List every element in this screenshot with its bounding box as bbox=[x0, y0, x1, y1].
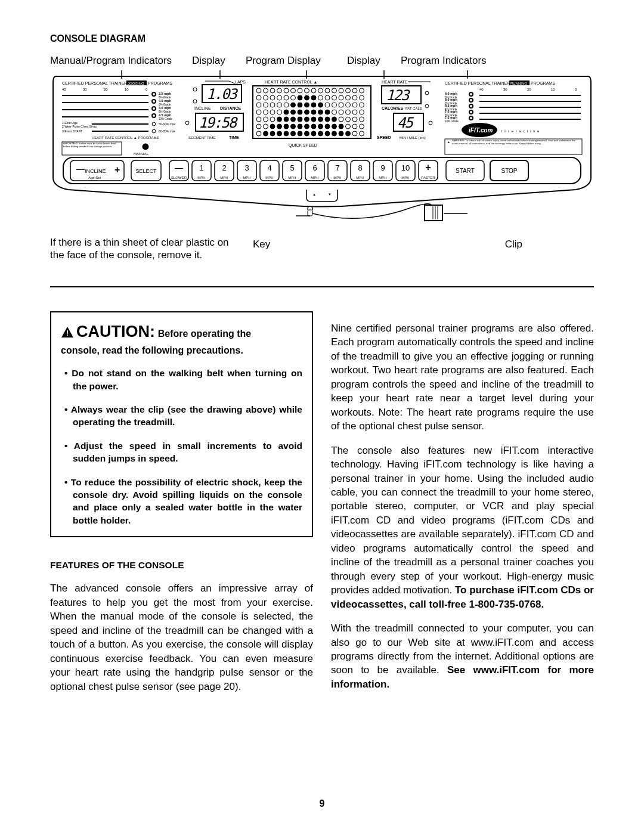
svg-text:4.0 mph: 4.0 mph bbox=[159, 99, 171, 103]
svg-text:▲: ▲ bbox=[447, 140, 450, 144]
warning-icon: ! bbox=[61, 326, 74, 342]
svg-text:7: 7 bbox=[335, 163, 339, 172]
caution-item: • Do not stand on the walking belt when … bbox=[64, 367, 302, 392]
svg-point-83 bbox=[277, 95, 282, 100]
svg-point-168 bbox=[360, 88, 364, 93]
svg-point-180 bbox=[429, 121, 432, 125]
svg-text:HEART RATE: HEART RATE bbox=[382, 80, 408, 84]
svg-point-33 bbox=[152, 122, 156, 126]
svg-point-115 bbox=[311, 117, 316, 122]
caution-item: • To reduce the possibility of electric … bbox=[64, 476, 302, 527]
svg-text:RUNNING: RUNNING bbox=[510, 82, 527, 85]
svg-text:+: + bbox=[114, 165, 120, 175]
svg-text:MPH: MPH bbox=[311, 176, 318, 179]
manual-page: CONSOLE DIAGRAM Manual/Program Indicator… bbox=[0, 0, 644, 833]
console-svg: CERTIFIED PERSONAL TRAINER JOGGING PROGR… bbox=[50, 70, 594, 225]
svg-point-111 bbox=[305, 95, 309, 100]
svg-point-87 bbox=[284, 117, 289, 122]
svg-point-122 bbox=[318, 117, 323, 122]
svg-text:PROGRAMS: PROGRAMS bbox=[531, 81, 555, 85]
svg-text:10% Grade: 10% Grade bbox=[159, 117, 172, 120]
svg-point-93 bbox=[291, 124, 296, 129]
svg-point-74 bbox=[270, 110, 275, 114]
svg-point-96 bbox=[291, 103, 296, 107]
svg-point-130 bbox=[325, 110, 330, 114]
svg-text:50-60% max: 50-60% max bbox=[159, 122, 176, 126]
svg-point-99 bbox=[298, 131, 302, 136]
svg-point-61 bbox=[256, 103, 261, 107]
diagram-top-labels: Manual/Program Indicators Display Progra… bbox=[50, 55, 594, 67]
svg-point-127 bbox=[325, 131, 330, 136]
svg-text:SLOWER: SLOWER bbox=[171, 176, 187, 179]
svg-text:7.0 mph: 7.0 mph bbox=[445, 116, 457, 119]
svg-text:SPEED: SPEED bbox=[377, 135, 391, 140]
svg-point-132 bbox=[325, 95, 330, 100]
svg-text:40: 40 bbox=[62, 88, 66, 91]
svg-point-60 bbox=[256, 110, 261, 114]
svg-point-155 bbox=[352, 131, 357, 136]
svg-point-136 bbox=[332, 117, 337, 122]
svg-point-89 bbox=[284, 103, 289, 107]
svg-text:CERTIFIED PERSONAL TRAINER: CERTIFIED PERSONAL TRAINER bbox=[62, 81, 127, 85]
svg-point-157 bbox=[352, 117, 357, 122]
svg-point-154 bbox=[346, 88, 351, 93]
svg-point-128 bbox=[325, 124, 330, 129]
svg-text:30: 30 bbox=[503, 88, 507, 91]
svg-point-103 bbox=[298, 103, 302, 107]
svg-text:!: ! bbox=[66, 329, 69, 337]
svg-text:MPH: MPH bbox=[288, 176, 296, 179]
svg-point-69 bbox=[264, 95, 268, 100]
svg-point-72 bbox=[270, 124, 275, 129]
svg-text:19:58: 19:58 bbox=[199, 114, 239, 131]
svg-text:CALORIES: CALORIES bbox=[382, 106, 404, 110]
svg-point-98 bbox=[291, 88, 296, 93]
svg-text:SEGMENT TIME: SEGMENT TIME bbox=[188, 136, 215, 140]
svg-point-105 bbox=[298, 88, 302, 93]
svg-point-41 bbox=[143, 144, 148, 150]
svg-text:PROGRAMS: PROGRAMS bbox=[148, 81, 172, 85]
svg-point-163 bbox=[360, 124, 364, 129]
svg-rect-270 bbox=[425, 205, 442, 221]
svg-point-193 bbox=[469, 92, 473, 96]
svg-point-159 bbox=[352, 103, 357, 107]
svg-text:2  Wear Pulse Chest Strap: 2 Wear Pulse Chest Strap bbox=[62, 125, 97, 128]
svg-text:3: 3 bbox=[244, 163, 249, 172]
svg-point-152 bbox=[346, 103, 351, 107]
right-p3: With the treadmill connected to your com… bbox=[331, 621, 594, 691]
left-column: ! CAUTION: Before operating the console,… bbox=[50, 311, 313, 704]
svg-text:10: 10 bbox=[551, 88, 555, 91]
clear-plastic-note: If there is a thin sheet of clear plasti… bbox=[50, 236, 241, 262]
svg-text:40: 40 bbox=[479, 88, 484, 91]
svg-text:MPH: MPH bbox=[220, 176, 228, 179]
svg-point-151 bbox=[346, 110, 351, 114]
svg-point-120 bbox=[318, 131, 323, 136]
svg-text:30: 30 bbox=[83, 88, 87, 91]
svg-text:DISTANCE: DISTANCE bbox=[220, 106, 242, 110]
svg-point-162 bbox=[360, 131, 364, 136]
svg-text:MANUAL: MANUAL bbox=[134, 152, 149, 156]
label-display2: Display bbox=[347, 55, 389, 67]
svg-text:6.5 mph: 6.5 mph bbox=[445, 104, 457, 107]
caution-lead: Before operating the bbox=[158, 329, 251, 339]
svg-text:▼: ▼ bbox=[328, 193, 332, 196]
separator bbox=[50, 286, 594, 287]
svg-point-156 bbox=[352, 124, 357, 129]
svg-point-121 bbox=[318, 124, 323, 129]
right-p1: Nine certified personal trainer programs… bbox=[331, 321, 594, 433]
label-display1: Display bbox=[192, 55, 234, 67]
svg-point-110 bbox=[305, 103, 309, 107]
svg-point-19 bbox=[152, 107, 156, 110]
svg-text:MPH: MPH bbox=[401, 176, 409, 179]
svg-point-164 bbox=[360, 117, 364, 122]
svg-text:60-80% max: 60-80% max bbox=[159, 129, 176, 133]
label-key: Key bbox=[253, 239, 270, 250]
svg-point-108 bbox=[305, 117, 309, 122]
svg-point-86 bbox=[284, 124, 289, 129]
svg-point-144 bbox=[339, 110, 343, 114]
svg-point-100 bbox=[298, 124, 302, 129]
svg-text:iFIT.com: iFIT.com bbox=[469, 127, 493, 134]
svg-point-84 bbox=[277, 88, 282, 93]
svg-point-21 bbox=[152, 114, 156, 117]
svg-point-65 bbox=[264, 124, 268, 129]
caution-item: • Always wear the clip (see the drawing … bbox=[64, 403, 302, 429]
